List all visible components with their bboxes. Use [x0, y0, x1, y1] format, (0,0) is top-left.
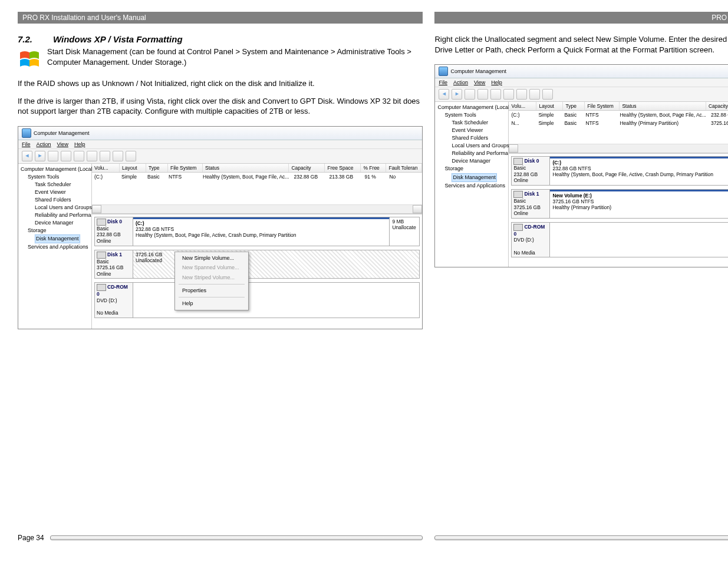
menu-action[interactable]: Action [37, 141, 51, 147]
menubar[interactable]: FileActionViewHelp [435, 78, 728, 87]
paragraph-new-volume: Right click the Unallocated segment and … [434, 34, 728, 55]
col-type[interactable]: Type [146, 164, 168, 172]
tree-reliability[interactable]: Reliability and Performa [436, 150, 507, 157]
tree-task-scheduler[interactable]: Task Scheduler [19, 181, 90, 189]
col-pct[interactable]: % Free [361, 164, 386, 172]
col-volume[interactable]: Volu... [92, 164, 120, 172]
col-fault[interactable]: Fault Toleran [386, 164, 422, 172]
toolbar-button[interactable] [465, 89, 475, 100]
toolbar-button[interactable] [529, 89, 540, 100]
col-status[interactable]: Status [203, 164, 289, 172]
disk-0-row[interactable]: Disk 0Basic232.88 GBOnline (C:)232.88 GB… [94, 217, 420, 246]
cdrom-row[interactable]: CD-ROM 0DVD (D:)No Media [511, 222, 728, 258]
volume-table[interactable]: Volu... Layout Type File System Status C… [509, 102, 728, 153]
toolbar-button[interactable] [113, 151, 123, 161]
tree-services[interactable]: Services and Applications [436, 182, 507, 190]
ctx-properties[interactable]: Properties [176, 286, 247, 296]
col-status[interactable]: Status [620, 102, 706, 110]
tree-shared-folders[interactable]: Shared Folders [436, 134, 507, 142]
tree-system-tools[interactable]: System Tools [19, 173, 90, 181]
menu-file[interactable]: File [22, 141, 31, 147]
partition-c[interactable]: (C:)232.88 GB NTFSHealthy (System, Boot,… [133, 217, 390, 246]
h-scrollbar[interactable] [92, 204, 422, 213]
toolbar [435, 87, 728, 102]
tree-services[interactable]: Services and Applications [19, 243, 90, 251]
ctx-help[interactable]: Help [176, 299, 247, 309]
disk-1-row[interactable]: Disk 1Basic3725.16 GBOnline 3725.16 GBUn… [94, 250, 420, 279]
tree-event-viewer[interactable]: Event Viewer [436, 127, 507, 134]
section-heading-block: 7.2.Windows XP / Vista Formatting Start … [18, 34, 423, 71]
toolbar-button[interactable] [74, 151, 84, 161]
menubar[interactable]: FileActionViewHelp [18, 140, 422, 149]
col-volume[interactable]: Volu... [509, 102, 536, 110]
toolbar-button[interactable] [126, 151, 136, 161]
col-free[interactable]: Free Space [325, 164, 361, 172]
menu-action[interactable]: Action [453, 80, 468, 85]
menu-file[interactable]: File [439, 80, 447, 85]
window-titlebar: Computer Management [18, 127, 422, 140]
tree-storage[interactable]: Storage [19, 227, 90, 234]
table-row[interactable]: N...SimpleBasicNTFSHealthy (Primary Part… [509, 119, 728, 127]
col-filesystem[interactable]: File System [585, 102, 620, 110]
disk-icon [97, 219, 106, 226]
partition-e[interactable]: New Volume (E:)3725.16 GB NTFSHealthy (P… [550, 190, 728, 218]
tree-disk-management[interactable]: Disk Management [436, 173, 507, 182]
back-button[interactable] [439, 89, 449, 100]
back-button[interactable] [22, 151, 32, 161]
col-layout[interactable]: Layout [536, 102, 563, 110]
window-titlebar: Computer Management [435, 65, 728, 78]
menu-help[interactable]: Help [491, 80, 502, 85]
tree-local-users[interactable]: Local Users and Groups [436, 142, 507, 150]
partition-c[interactable]: (C:)232.88 GB NTFSHealthy (System, Boot,… [550, 157, 728, 185]
header-bar-left: PRO RX Installation and User's Manual [18, 12, 423, 24]
toolbar-button[interactable] [542, 89, 553, 100]
tree-device-manager[interactable]: Device Manager [436, 157, 507, 165]
tree-local-users[interactable]: Local Users and Groups [19, 204, 90, 211]
disk-icon [513, 191, 523, 198]
partition-unallocated-large[interactable]: 3725.16 GBUnallocated New Simple Volume.… [133, 250, 419, 279]
toolbar-button[interactable] [503, 89, 514, 100]
tree-root[interactable]: Computer Management (Local [19, 166, 90, 173]
tree-event-viewer[interactable]: Event Viewer [19, 189, 90, 196]
toolbar-button[interactable] [516, 89, 527, 100]
menu-view[interactable]: View [57, 141, 68, 147]
tree-disk-management[interactable]: Disk Management [19, 234, 90, 243]
context-menu[interactable]: New Simple Volume... New Spanned Volume.… [174, 252, 249, 310]
cdrom-row[interactable]: CD-ROM 0DVD (D:)No Media [94, 282, 420, 318]
header-bar-right: PRO RX Installation and User's Manual [434, 12, 728, 24]
tree-reliability[interactable]: Reliability and Performa [19, 211, 90, 219]
nav-tree[interactable]: Computer Management (Local System Tools … [18, 164, 92, 329]
forward-button[interactable] [35, 151, 45, 161]
table-row[interactable]: (C:)SimpleBasicNTFSHealthy (System, Boot… [92, 173, 422, 181]
forward-button[interactable] [452, 89, 462, 100]
toolbar-button[interactable] [48, 151, 58, 161]
disk-1-row[interactable]: Disk 1Basic3725.16 GBOnline New Volume (… [511, 189, 728, 219]
col-type[interactable]: Type [563, 102, 585, 110]
menu-help[interactable]: Help [74, 141, 85, 147]
disk-0-row[interactable]: Disk 0Basic232.88 GBOnline (C:)232.88 GB… [511, 156, 728, 186]
tree-shared-folders[interactable]: Shared Folders [19, 196, 90, 204]
nav-tree[interactable]: Computer Management (Local System Tools … [435, 102, 509, 267]
toolbar-button[interactable] [61, 151, 71, 161]
menu-view[interactable]: View [474, 80, 485, 85]
tree-device-manager[interactable]: Device Manager [19, 219, 90, 227]
table-row[interactable]: (C:)SimpleBasicNTFSHealthy (System, Boot… [509, 111, 728, 119]
toolbar-button[interactable] [490, 89, 501, 100]
ctx-new-simple-volume[interactable]: New Simple Volume... [176, 253, 247, 263]
tree-system-tools[interactable]: System Tools [436, 111, 507, 119]
page-number: Page 34 [18, 534, 44, 542]
toolbar-button[interactable] [100, 151, 110, 161]
toolbar-button[interactable] [477, 89, 488, 100]
col-layout[interactable]: Layout [120, 164, 146, 172]
toolbar-button[interactable] [87, 151, 97, 161]
tree-storage[interactable]: Storage [436, 165, 507, 173]
tree-task-scheduler[interactable]: Task Scheduler [436, 119, 507, 127]
volume-table[interactable]: Volu... Layout Type File System Status C… [92, 164, 422, 214]
disk-management-screenshot-2: Computer Management FileActionViewHelp C… [434, 64, 728, 267]
col-filesystem[interactable]: File System [168, 164, 203, 172]
partition-unallocated-small[interactable]: 9 MBUnallocate [390, 217, 419, 246]
col-capacity[interactable]: Capacity [289, 164, 325, 172]
h-scrollbar[interactable] [509, 144, 728, 153]
tree-root[interactable]: Computer Management (Local [436, 104, 507, 111]
col-capacity[interactable]: Capacity [706, 102, 728, 110]
